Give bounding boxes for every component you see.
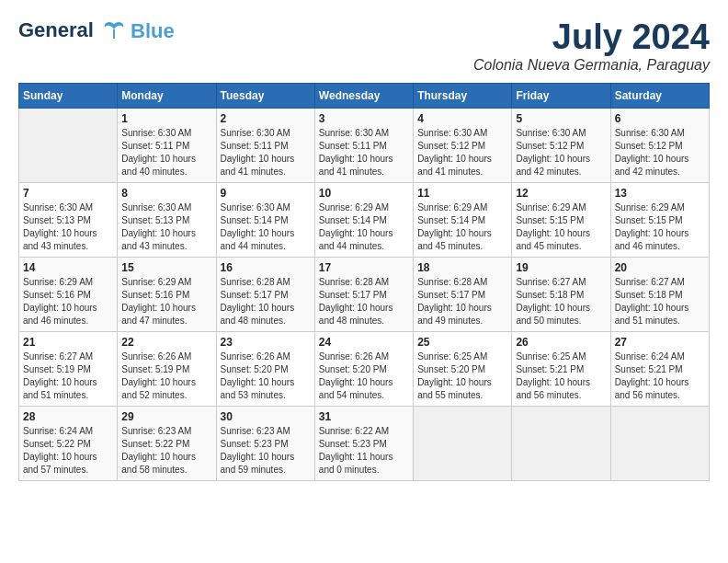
sunset-text: Sunset: 5:14 PM — [319, 214, 409, 227]
calendar-cell: 11Sunrise: 6:29 AMSunset: 5:14 PMDayligh… — [414, 182, 512, 257]
calendar-cell: 4Sunrise: 6:30 AMSunset: 5:12 PMDaylight… — [414, 108, 512, 182]
sunset-text: Sunset: 5:17 PM — [319, 289, 409, 302]
calendar-week-row: 28Sunrise: 6:24 AMSunset: 5:22 PMDayligh… — [19, 406, 710, 480]
daylight-text: Daylight: 10 hours and 47 minutes. — [121, 302, 211, 327]
day-info: Sunrise: 6:29 AMSunset: 5:14 PMDaylight:… — [319, 201, 409, 253]
calendar-cell: 17Sunrise: 6:28 AMSunset: 5:17 PMDayligh… — [314, 257, 413, 331]
daylight-text: Daylight: 10 hours and 57 minutes. — [23, 451, 113, 477]
daylight-text: Daylight: 10 hours and 48 minutes. — [221, 302, 311, 327]
calendar-cell: 19Sunrise: 6:27 AMSunset: 5:18 PMDayligh… — [512, 257, 610, 331]
sunrise-text: Sunrise: 6:27 AM — [615, 276, 705, 289]
day-info: Sunrise: 6:30 AMSunset: 5:14 PMDaylight:… — [221, 201, 311, 253]
day-info: Sunrise: 6:26 AMSunset: 5:19 PMDaylight:… — [121, 350, 211, 402]
sunset-text: Sunset: 5:21 PM — [516, 363, 606, 376]
day-info: Sunrise: 6:30 AMSunset: 5:11 PMDaylight:… — [221, 127, 311, 178]
sunset-text: Sunset: 5:16 PM — [121, 289, 211, 302]
calendar-cell — [19, 108, 118, 182]
day-number: 23 — [221, 336, 311, 349]
day-number: 7 — [23, 187, 113, 200]
day-number: 2 — [221, 112, 311, 125]
daylight-text: Daylight: 10 hours and 52 minutes. — [121, 376, 211, 402]
calendar-cell: 28Sunrise: 6:24 AMSunset: 5:22 PMDayligh… — [19, 406, 118, 480]
col-wednesday: Wednesday — [314, 83, 413, 108]
daylight-text: Daylight: 10 hours and 55 minutes. — [417, 376, 507, 402]
sunset-text: Sunset: 5:14 PM — [221, 214, 311, 227]
sunrise-text: Sunrise: 6:26 AM — [121, 350, 211, 363]
day-number: 12 — [516, 187, 606, 200]
calendar-cell: 23Sunrise: 6:26 AMSunset: 5:20 PMDayligh… — [216, 331, 314, 406]
day-number: 11 — [417, 187, 507, 200]
calendar-cell: 27Sunrise: 6:24 AMSunset: 5:21 PMDayligh… — [610, 331, 709, 406]
calendar-cell: 31Sunrise: 6:22 AMSunset: 5:23 PMDayligh… — [314, 406, 413, 480]
day-info: Sunrise: 6:22 AMSunset: 5:23 PMDaylight:… — [319, 425, 409, 477]
day-info: Sunrise: 6:30 AMSunset: 5:12 PMDaylight:… — [516, 127, 606, 178]
day-number: 16 — [221, 261, 311, 274]
day-info: Sunrise: 6:28 AMSunset: 5:17 PMDaylight:… — [319, 276, 409, 327]
sunset-text: Sunset: 5:23 PM — [221, 438, 311, 451]
calendar-cell: 12Sunrise: 6:29 AMSunset: 5:15 PMDayligh… — [512, 182, 610, 257]
sunset-text: Sunset: 5:14 PM — [417, 214, 507, 227]
daylight-text: Daylight: 10 hours and 43 minutes. — [121, 227, 211, 253]
calendar-cell: 2Sunrise: 6:30 AMSunset: 5:11 PMDaylight… — [216, 108, 314, 182]
calendar-header-row: Sunday Monday Tuesday Wednesday Thursday… — [19, 83, 710, 108]
day-number: 6 — [615, 112, 705, 125]
daylight-text: Daylight: 10 hours and 58 minutes. — [121, 451, 211, 477]
day-info: Sunrise: 6:30 AMSunset: 5:13 PMDaylight:… — [23, 201, 113, 253]
sunrise-text: Sunrise: 6:30 AM — [516, 127, 606, 140]
sunset-text: Sunset: 5:21 PM — [615, 363, 705, 376]
sunrise-text: Sunrise: 6:26 AM — [221, 350, 311, 363]
calendar-cell: 24Sunrise: 6:26 AMSunset: 5:20 PMDayligh… — [314, 331, 413, 406]
calendar-week-row: 14Sunrise: 6:29 AMSunset: 5:16 PMDayligh… — [19, 257, 710, 331]
calendar-cell: 8Sunrise: 6:30 AMSunset: 5:13 PMDaylight… — [118, 182, 216, 257]
sunset-text: Sunset: 5:23 PM — [319, 438, 409, 451]
sunrise-text: Sunrise: 6:30 AM — [121, 127, 211, 140]
sunrise-text: Sunrise: 6:28 AM — [221, 276, 311, 289]
page-header: General Blue July 2024 Colonia Nueva Ger… — [18, 18, 710, 74]
calendar-cell: 16Sunrise: 6:28 AMSunset: 5:17 PMDayligh… — [216, 257, 314, 331]
day-number: 15 — [121, 261, 211, 274]
calendar-cell — [512, 406, 610, 480]
calendar-cell: 30Sunrise: 6:23 AMSunset: 5:23 PMDayligh… — [216, 406, 314, 480]
daylight-text: Daylight: 10 hours and 40 minutes. — [121, 153, 211, 178]
sunrise-text: Sunrise: 6:29 AM — [615, 201, 705, 214]
sunset-text: Sunset: 5:19 PM — [121, 363, 211, 376]
calendar-cell: 10Sunrise: 6:29 AMSunset: 5:14 PMDayligh… — [314, 182, 413, 257]
day-number: 14 — [23, 261, 113, 274]
daylight-text: Daylight: 10 hours and 49 minutes. — [417, 302, 507, 327]
logo-blue-text: Blue — [131, 20, 175, 42]
sunset-text: Sunset: 5:15 PM — [516, 214, 606, 227]
day-number: 20 — [615, 261, 705, 274]
sunrise-text: Sunrise: 6:25 AM — [417, 350, 507, 363]
day-number: 9 — [221, 187, 311, 200]
calendar-cell: 22Sunrise: 6:26 AMSunset: 5:19 PMDayligh… — [118, 331, 216, 406]
sunset-text: Sunset: 5:12 PM — [516, 140, 606, 153]
day-number: 3 — [319, 112, 409, 125]
day-info: Sunrise: 6:28 AMSunset: 5:17 PMDaylight:… — [221, 276, 311, 327]
day-info: Sunrise: 6:29 AMSunset: 5:15 PMDaylight:… — [516, 201, 606, 253]
sunrise-text: Sunrise: 6:29 AM — [516, 201, 606, 214]
day-number: 17 — [319, 261, 409, 274]
sunset-text: Sunset: 5:11 PM — [319, 140, 409, 153]
daylight-text: Daylight: 10 hours and 45 minutes. — [417, 227, 507, 253]
sunrise-text: Sunrise: 6:30 AM — [417, 127, 507, 140]
daylight-text: Daylight: 10 hours and 41 minutes. — [417, 153, 507, 178]
day-info: Sunrise: 6:26 AMSunset: 5:20 PMDaylight:… — [221, 350, 311, 402]
day-number: 10 — [319, 187, 409, 200]
calendar-cell: 3Sunrise: 6:30 AMSunset: 5:11 PMDaylight… — [314, 108, 413, 182]
title-block: July 2024 Colonia Nueva Germania, Paragu… — [473, 18, 710, 74]
calendar-cell: 15Sunrise: 6:29 AMSunset: 5:16 PMDayligh… — [118, 257, 216, 331]
daylight-text: Daylight: 10 hours and 51 minutes. — [23, 376, 113, 402]
sunrise-text: Sunrise: 6:23 AM — [221, 425, 311, 438]
sunrise-text: Sunrise: 6:28 AM — [319, 276, 409, 289]
daylight-text: Daylight: 10 hours and 46 minutes. — [615, 227, 705, 253]
day-info: Sunrise: 6:30 AMSunset: 5:11 PMDaylight:… — [121, 127, 211, 178]
calendar-week-row: 1Sunrise: 6:30 AMSunset: 5:11 PMDaylight… — [19, 108, 710, 182]
day-number: 31 — [319, 410, 409, 423]
day-info: Sunrise: 6:24 AMSunset: 5:22 PMDaylight:… — [23, 425, 113, 477]
day-info: Sunrise: 6:29 AMSunset: 5:14 PMDaylight:… — [417, 201, 507, 253]
day-info: Sunrise: 6:23 AMSunset: 5:22 PMDaylight:… — [121, 425, 211, 477]
sunset-text: Sunset: 5:19 PM — [23, 363, 113, 376]
day-info: Sunrise: 6:27 AMSunset: 5:18 PMDaylight:… — [516, 276, 606, 327]
calendar-cell: 21Sunrise: 6:27 AMSunset: 5:19 PMDayligh… — [19, 331, 118, 406]
sunset-text: Sunset: 5:22 PM — [23, 438, 113, 451]
